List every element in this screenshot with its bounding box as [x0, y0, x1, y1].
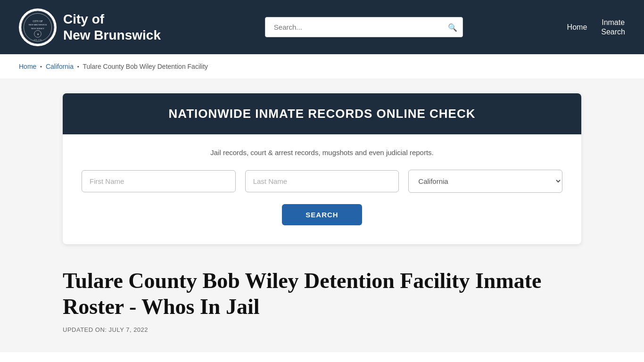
records-description: Jail records, court & arrest records, mu… — [82, 148, 562, 156]
nav-inmate-search-link[interactable]: Inmate Search — [601, 18, 625, 36]
logo-emblem: CITY OF NEW BRUNSWICK NEW JERSEY ⚜ EST. … — [19, 8, 57, 46]
nav-home-link[interactable]: Home — [567, 23, 587, 32]
svg-text:CITY OF: CITY OF — [33, 19, 42, 22]
records-box-title: NATIONWIDE INMATE RECORDS ONLINE CHECK — [82, 107, 562, 121]
search-button-wrapper: SEARCH — [82, 204, 562, 225]
main-nav: Home Inmate Search — [567, 18, 625, 36]
search-icon: 🔍 — [448, 23, 457, 31]
main-content: NATIONWIDE INMATE RECORDS ONLINE CHECK J… — [0, 79, 644, 352]
inmate-search-form-row: California Alabama Alaska Arizona Arkans… — [82, 170, 562, 193]
search-submit-button[interactable]: 🔍 — [448, 23, 457, 32]
breadcrumb: Home • California • Tulare County Bob Wi… — [0, 54, 644, 79]
svg-text:NEW BRUNSWICK: NEW BRUNSWICK — [28, 24, 47, 26]
breadcrumb-separator-1: • — [40, 64, 42, 69]
breadcrumb-current: Tulare County Bob Wiley Detention Facili… — [83, 63, 208, 70]
breadcrumb-california-link[interactable]: California — [46, 63, 74, 70]
records-box: NATIONWIDE INMATE RECORDS ONLINE CHECK J… — [63, 93, 581, 244]
breadcrumb-separator-2: • — [77, 64, 79, 69]
state-select[interactable]: California Alabama Alaska Arizona Arkans… — [408, 170, 562, 193]
search-bar[interactable]: 🔍 — [265, 17, 463, 37]
page-title: Tulare County Bob Wiley Detention Facili… — [63, 268, 581, 320]
records-box-header: NATIONWIDE INMATE RECORDS ONLINE CHECK — [63, 93, 581, 134]
first-name-input[interactable] — [82, 170, 236, 192]
updated-on: UPDATED ON: JULY 7, 2022 — [63, 326, 581, 333]
svg-text:NEW JERSEY: NEW JERSEY — [31, 27, 45, 29]
svg-text:⚜: ⚜ — [37, 32, 39, 35]
last-name-input[interactable] — [245, 170, 399, 192]
search-input[interactable] — [265, 17, 463, 37]
logo-text: City of New Brunswick — [63, 11, 161, 43]
breadcrumb-home-link[interactable]: Home — [19, 63, 36, 70]
site-header: CITY OF NEW BRUNSWICK NEW JERSEY ⚜ EST. … — [0, 0, 644, 54]
logo-area: CITY OF NEW BRUNSWICK NEW JERSEY ⚜ EST. … — [19, 8, 161, 46]
page-content: Tulare County Bob Wiley Detention Facili… — [63, 263, 581, 338]
records-box-body: Jail records, court & arrest records, mu… — [63, 134, 581, 244]
inmate-search-button[interactable]: SEARCH — [282, 204, 362, 225]
header-search-area: 🔍 — [161, 17, 567, 37]
svg-text:EST. 1730: EST. 1730 — [34, 39, 41, 41]
